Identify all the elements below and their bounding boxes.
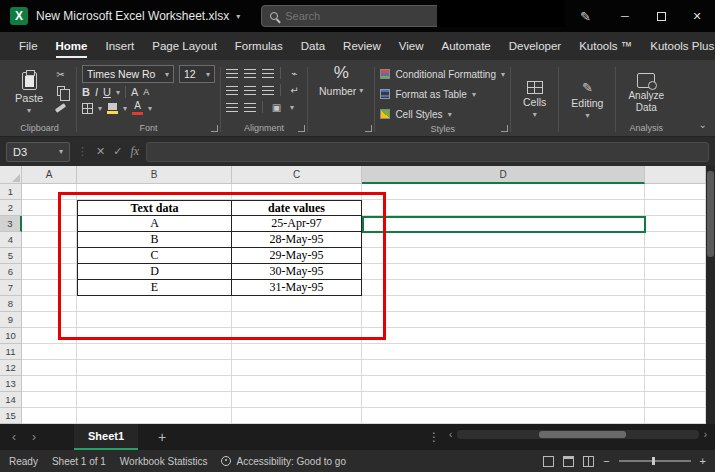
cell-C5[interactable]: 29-May-95 xyxy=(232,248,362,264)
increase-font-size-button[interactable]: A xyxy=(131,86,138,98)
cell-A4[interactable] xyxy=(22,232,77,248)
menu-tab-file[interactable]: File xyxy=(10,33,47,59)
scroll-right-icon[interactable]: › xyxy=(704,429,707,440)
cell-B15[interactable] xyxy=(77,408,232,424)
align-bottom-icon[interactable] xyxy=(262,69,274,78)
format-as-table-button[interactable]: Format as Table ▾ xyxy=(380,85,505,103)
enter-icon[interactable]: ✓ xyxy=(113,145,122,158)
scroll-left-icon[interactable]: ‹ xyxy=(449,429,452,440)
page-layout-view-icon[interactable] xyxy=(563,456,574,467)
select-all-corner[interactable] xyxy=(0,166,22,184)
column-header-A[interactable]: A xyxy=(22,166,77,184)
conditional-formatting-button[interactable]: Conditional Formatting ▾ xyxy=(380,65,505,83)
title-dropdown-chevron-icon[interactable]: ▾ xyxy=(236,12,240,21)
cell-B4[interactable]: B xyxy=(77,232,232,248)
wrap-text-icon[interactable]: ↵ xyxy=(287,84,302,96)
align-middle-icon[interactable] xyxy=(244,69,256,78)
horizontal-scrollbar-thumb[interactable] xyxy=(539,431,626,438)
align-top-icon[interactable] xyxy=(226,69,238,78)
row-header-9[interactable]: 9 xyxy=(0,312,22,328)
cell-B12[interactable] xyxy=(77,360,232,376)
menu-tab-page-layout[interactable]: Page Layout xyxy=(143,33,226,59)
column-header-C[interactable]: C xyxy=(232,166,362,184)
orientation-icon[interactable]: ⌁ xyxy=(287,67,302,79)
cell-D11[interactable] xyxy=(362,344,645,360)
column-header-B[interactable]: B xyxy=(77,166,232,184)
bold-button[interactable]: B xyxy=(82,86,90,98)
cell-A14[interactable] xyxy=(22,392,77,408)
analyze-data-button[interactable]: Analyze Data xyxy=(621,64,671,122)
cell-B5[interactable]: C xyxy=(77,248,232,264)
row-header-8[interactable]: 8 xyxy=(0,296,22,312)
menu-tab-insert[interactable]: Insert xyxy=(96,33,143,59)
cell-B14[interactable] xyxy=(77,392,232,408)
cell-D14[interactable] xyxy=(362,392,645,408)
underline-button[interactable]: U xyxy=(103,86,111,98)
cell-D6[interactable] xyxy=(362,264,645,280)
cell-styles-button[interactable]: Cell Styles ▾ xyxy=(380,105,505,123)
align-right-icon[interactable] xyxy=(262,86,274,95)
collapse-ribbon-icon[interactable]: ⌄ xyxy=(699,119,707,130)
cell-D9[interactable] xyxy=(362,312,645,328)
cell-C9[interactable] xyxy=(232,312,362,328)
cell-D15[interactable] xyxy=(362,408,645,424)
menu-tab-formulas[interactable]: Formulas xyxy=(226,33,292,59)
cut-icon[interactable]: ✂ xyxy=(53,68,68,80)
cell-B6[interactable]: D xyxy=(77,264,232,280)
cell-C7[interactable]: 31-May-95 xyxy=(232,280,362,296)
row-header-5[interactable]: 5 xyxy=(0,248,22,264)
cell-C4[interactable]: 28-May-95 xyxy=(232,232,362,248)
cell-A13[interactable] xyxy=(22,376,77,392)
minimize-button[interactable]: ─ xyxy=(607,0,643,32)
decrease-indent-icon[interactable] xyxy=(226,103,238,112)
cell-C13[interactable] xyxy=(232,376,362,392)
insert-function-icon[interactable]: fx xyxy=(130,144,139,159)
cell-B9[interactable] xyxy=(77,312,232,328)
cell-C12[interactable] xyxy=(232,360,362,376)
cell-C1[interactable] xyxy=(232,184,362,200)
cell-C3[interactable]: 25-Apr-97 xyxy=(232,216,362,232)
cancel-icon[interactable]: ✕ xyxy=(96,145,105,158)
cell-D7[interactable] xyxy=(362,280,645,296)
row-header-3[interactable]: 3 xyxy=(0,216,22,232)
merge-center-icon[interactable]: ▣ xyxy=(269,101,284,113)
cell-A1[interactable] xyxy=(22,184,77,200)
sheet-nav-right-icon[interactable]: › xyxy=(32,430,36,444)
row-header-7[interactable]: 7 xyxy=(0,280,22,296)
cell-A9[interactable] xyxy=(22,312,77,328)
name-box[interactable]: D3 ▾ xyxy=(6,142,70,162)
normal-view-icon[interactable] xyxy=(543,456,554,467)
cell-B7[interactable]: E xyxy=(77,280,232,296)
cell-A11[interactable] xyxy=(22,344,77,360)
cell-C6[interactable]: 30-May-95 xyxy=(232,264,362,280)
row-header-10[interactable]: 10 xyxy=(0,328,22,344)
cell-C2[interactable]: date values xyxy=(232,200,362,216)
cell-A5[interactable] xyxy=(22,248,77,264)
pen-mode-icon[interactable]: ✎ xyxy=(580,9,591,24)
italic-button[interactable]: I xyxy=(95,86,98,98)
borders-icon[interactable] xyxy=(82,103,93,114)
zoom-slider[interactable] xyxy=(619,460,691,462)
dialog-launcher-icon[interactable] xyxy=(365,125,372,132)
chevron-down-icon[interactable]: ▾ xyxy=(290,103,294,112)
horizontal-scrollbar[interactable]: ‹ › xyxy=(449,429,707,440)
row-header-12[interactable]: 12 xyxy=(0,360,22,376)
cell-A10[interactable] xyxy=(22,328,77,344)
cell-C11[interactable] xyxy=(232,344,362,360)
row-header-1[interactable]: 1 xyxy=(0,184,22,200)
cell-A7[interactable] xyxy=(22,280,77,296)
cell-D4[interactable] xyxy=(362,232,645,248)
chevron-down-icon[interactable]: ▾ xyxy=(116,88,120,97)
cell-A6[interactable] xyxy=(22,264,77,280)
excel-app-icon[interactable]: X xyxy=(10,7,28,25)
cell-A3[interactable] xyxy=(22,216,77,232)
cell-D13[interactable] xyxy=(362,376,645,392)
cell-B13[interactable] xyxy=(77,376,232,392)
dialog-launcher-icon[interactable] xyxy=(211,125,218,132)
row-header-14[interactable]: 14 xyxy=(0,392,22,408)
font-name-select[interactable]: Times New Ro▾ xyxy=(82,65,174,83)
zoom-in-button[interactable]: + xyxy=(700,455,706,467)
dialog-launcher-icon[interactable] xyxy=(501,125,508,132)
chevron-down-icon[interactable]: ▾ xyxy=(148,104,152,113)
percent-style-icon[interactable]: % xyxy=(334,64,349,83)
